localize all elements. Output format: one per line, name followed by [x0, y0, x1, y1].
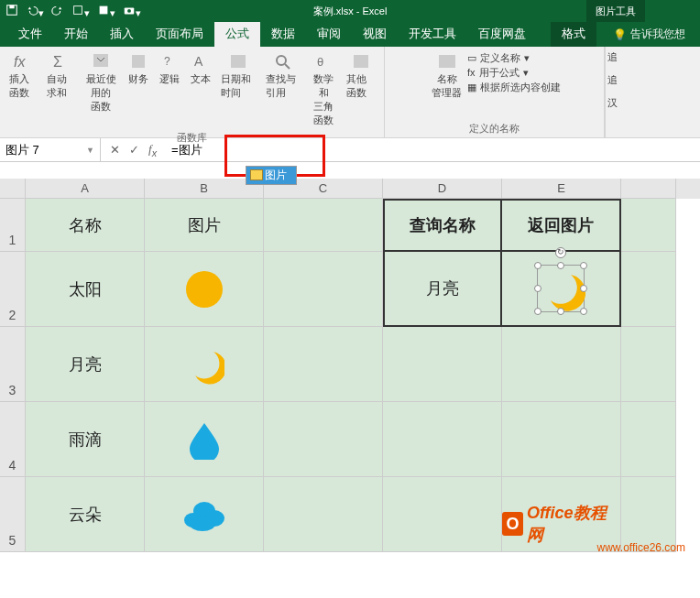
- tab-layout[interactable]: 页面布局: [145, 21, 214, 47]
- col-header-E[interactable]: E: [502, 179, 621, 199]
- cell-D3[interactable]: [383, 327, 502, 402]
- cell-A2[interactable]: 太阳: [26, 252, 145, 327]
- undo-icon[interactable]: ▾: [26, 4, 44, 19]
- cell-F3[interactable]: [621, 327, 676, 402]
- resize-handle-e[interactable]: [580, 285, 587, 292]
- tab-baidu[interactable]: 百度网盘: [467, 21, 537, 47]
- autocomplete-item[interactable]: 图片: [246, 167, 296, 184]
- save-icon[interactable]: [5, 4, 18, 18]
- cell-B2[interactable]: [145, 252, 264, 327]
- cell-E1[interactable]: 返回图片: [502, 199, 621, 252]
- cell-F2[interactable]: [621, 252, 676, 327]
- cell-A1[interactable]: 名称: [26, 199, 145, 252]
- define-name-button[interactable]: ▭定义名称 ▾: [467, 50, 561, 65]
- resize-handle-se[interactable]: [580, 308, 587, 315]
- resize-handle-sw[interactable]: [534, 308, 541, 315]
- tab-review[interactable]: 审阅: [306, 21, 352, 47]
- touch-icon[interactable]: ▾: [71, 4, 90, 19]
- fx-icon: fx: [467, 65, 476, 80]
- formula-input[interactable]: =图片: [166, 142, 208, 158]
- cancel-icon[interactable]: ✕: [110, 143, 120, 157]
- math-button[interactable]: θ 数学和 三角函数: [306, 50, 342, 129]
- cell-D1[interactable]: 查询名称: [383, 199, 502, 252]
- cell-E4[interactable]: [502, 402, 621, 477]
- row-header-1[interactable]: 1: [0, 199, 26, 252]
- chevron-down-icon[interactable]: ▼: [86, 146, 94, 155]
- datetime-button[interactable]: 日期和时间: [217, 50, 259, 129]
- tab-data[interactable]: 数据: [260, 21, 306, 47]
- cell-B3[interactable]: [145, 327, 264, 402]
- cell-B5[interactable]: [145, 477, 264, 552]
- cell-F1[interactable]: [621, 199, 676, 252]
- row-header-3[interactable]: 3: [0, 327, 26, 402]
- customize-qat-icon[interactable]: ▾: [97, 4, 115, 19]
- cell-C3[interactable]: [264, 327, 383, 402]
- tab-format[interactable]: 格式: [551, 21, 596, 47]
- cell-C4[interactable]: [264, 402, 383, 477]
- cell-D5[interactable]: [383, 477, 502, 552]
- cell-A3[interactable]: 月亮: [26, 327, 145, 402]
- enter-icon[interactable]: ✓: [129, 143, 139, 157]
- cell-E3[interactable]: [502, 327, 621, 402]
- worksheet-grid[interactable]: A B C D E 1 名称 图片 查询名称 返回图片 2 太阳 月亮: [0, 179, 700, 552]
- cell-B1[interactable]: 图片: [145, 199, 264, 252]
- selected-picture[interactable]: [537, 265, 585, 312]
- resize-handle-w[interactable]: [534, 285, 541, 292]
- row-header-5[interactable]: 5: [0, 477, 26, 552]
- svg-text:fx: fx: [14, 54, 26, 70]
- title-bar: ▾ ▾ ▾ ▾ 案例.xlsx - Excel 图片工具: [0, 0, 700, 22]
- camera-icon[interactable]: ▾: [123, 4, 141, 19]
- ribbon-overflow: 追 追 汉: [605, 47, 618, 137]
- redo-icon[interactable]: [51, 4, 64, 18]
- lookup-button[interactable]: 查找与引用: [262, 50, 304, 129]
- cell-B4[interactable]: [145, 402, 264, 477]
- resize-handle-n[interactable]: [557, 262, 564, 269]
- row-header-2[interactable]: 2: [0, 252, 26, 327]
- svg-text:?: ?: [164, 55, 170, 68]
- cell-E2[interactable]: [502, 252, 621, 327]
- cell-C2[interactable]: [264, 252, 383, 327]
- fx-icon[interactable]: fx: [148, 142, 157, 158]
- quick-access-toolbar: ▾ ▾ ▾ ▾: [5, 4, 141, 19]
- cell-C1[interactable]: [264, 199, 383, 252]
- cell-C5[interactable]: [264, 477, 383, 552]
- tab-developer[interactable]: 开发工具: [398, 21, 467, 47]
- resize-handle-s[interactable]: [557, 308, 564, 315]
- tab-file[interactable]: 文件: [7, 21, 53, 47]
- logical-button[interactable]: ? 逻辑: [155, 50, 184, 129]
- cell-A4[interactable]: 雨滴: [26, 402, 145, 477]
- tell-me[interactable]: 💡告诉我您想: [606, 22, 693, 47]
- resize-handle-nw[interactable]: [534, 262, 541, 269]
- col-header-F[interactable]: [621, 179, 676, 199]
- grid-icon: ▦: [467, 80, 476, 94]
- autocomplete-popup[interactable]: 图片: [246, 166, 297, 185]
- cell-D4[interactable]: [383, 402, 502, 477]
- autosum-button[interactable]: Σ 自动求和: [43, 50, 79, 129]
- resize-handle-ne[interactable]: [580, 262, 587, 269]
- tab-home[interactable]: 开始: [53, 21, 99, 47]
- rotate-handle[interactable]: [555, 247, 566, 258]
- office-logo-icon: O: [502, 512, 523, 536]
- more-fn-button[interactable]: 其他函数: [343, 50, 378, 129]
- moon-icon: [538, 266, 585, 313]
- name-manager-button[interactable]: 名称 管理器: [428, 50, 465, 102]
- col-header-D[interactable]: D: [383, 179, 502, 199]
- cell-F4[interactable]: [621, 402, 676, 477]
- text-button[interactable]: A 文本: [186, 50, 215, 129]
- create-from-selection-button[interactable]: ▦根据所选内容创建: [467, 80, 561, 94]
- col-header-A[interactable]: A: [26, 179, 145, 199]
- recent-button[interactable]: 最近使用的 函数: [80, 50, 122, 129]
- row-header-4[interactable]: 4: [0, 402, 26, 477]
- name-box[interactable]: 图片 7▼: [0, 138, 101, 161]
- tab-view[interactable]: 视图: [352, 21, 398, 47]
- tab-insert[interactable]: 插入: [99, 21, 145, 47]
- cell-D2[interactable]: 月亮: [383, 252, 502, 327]
- svg-text:θ: θ: [317, 55, 323, 69]
- svg-text:Σ: Σ: [53, 54, 62, 70]
- cell-A5[interactable]: 云朵: [26, 477, 145, 552]
- use-in-formula-button[interactable]: fx用于公式 ▾: [467, 65, 561, 80]
- insert-function-button[interactable]: fx 插入函数: [5, 50, 41, 129]
- financial-button[interactable]: 财务: [124, 50, 153, 129]
- select-all-corner[interactable]: [0, 179, 26, 199]
- tab-formulas[interactable]: 公式: [214, 21, 260, 47]
